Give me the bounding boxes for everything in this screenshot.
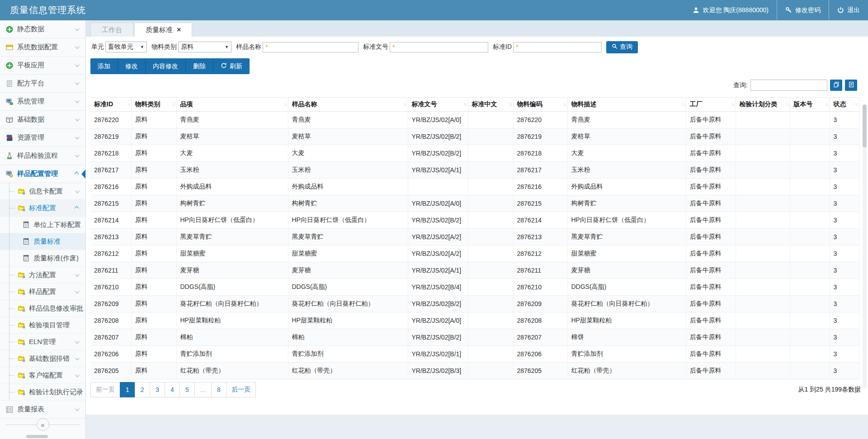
column-header[interactable]: 物料描述↑↓ [567, 98, 686, 112]
scrollbar-thumb[interactable] [863, 104, 867, 147]
sidebar-item-0-4[interactable]: 系统管理 [0, 93, 85, 111]
table-row[interactable]: 2876215原料构树青贮构树青贮YR/BZ/JS/02[A/0]2876215… [90, 195, 859, 212]
standard-no-input[interactable] [390, 42, 488, 52]
column-header[interactable]: 物料编码↑↓ [513, 98, 567, 112]
table-row[interactable]: 2876213原料黑麦草青贮黑麦草青贮YR/BZ/JS/02[A/2]28762… [90, 229, 859, 245]
column-header[interactable]: 样品名称↑↓ [288, 98, 408, 112]
search-button[interactable]: 查询 [606, 41, 638, 53]
sidebar-item-2-1[interactable]: 质量标准 [0, 233, 85, 250]
table-cell: 2876218 [513, 145, 567, 162]
column-header[interactable]: 状态↑↓ [830, 98, 859, 112]
add-button[interactable]: 添加 [90, 58, 118, 74]
sidebar-item-1-7[interactable]: 基础数据排错 [0, 350, 85, 367]
table-row[interactable]: 2876208原料HP甜菜颗粒粕HP甜菜颗粒粕YR/BZ/JS/02[A/0]2… [90, 312, 859, 329]
sidebar-item-1-8[interactable]: 客户端配置 [0, 367, 85, 384]
content-edit-button[interactable]: 内容修改 [146, 58, 186, 74]
delete-button[interactable]: 删除 [186, 58, 213, 74]
table-row[interactable]: 2876211原料麦芽糖麦芽糖YR/BZ/JS/02[A/1]2876211麦芽… [90, 262, 859, 279]
column-header[interactable]: 工厂↑↓ [686, 98, 736, 112]
pagination-next-button[interactable]: 后一页 [226, 382, 256, 397]
column-header[interactable]: 标准中文↑↓ [468, 98, 513, 112]
sidebar-item-0-7[interactable]: 样品检验流程 [0, 147, 85, 165]
chevron-down-icon [75, 406, 80, 411]
quick-search-input[interactable] [750, 80, 827, 91]
sidebar-item-0-1[interactable]: 系统数据配置 [0, 38, 85, 57]
sidebar-item-0-5[interactable]: 基础数据 [0, 111, 85, 129]
column-header[interactable]: 物料类别↑↓ [131, 98, 176, 112]
export-file-button[interactable] [845, 80, 857, 91]
table-row[interactable]: 2876219原料麦秸草麦秸草YR/BZ/JS/02[B/2]2876219麦秸… [90, 128, 859, 145]
pagination: 前一页12345…8后一页 [90, 382, 256, 397]
table-cell: 棉粕 [176, 329, 288, 346]
table-cell: 后备牛原料 [686, 363, 736, 379]
sidebar-item-1-1[interactable]: 标准配置 [0, 200, 85, 217]
sidebar-item-0-3[interactable]: 配方平台 [0, 75, 85, 93]
tab-quality-standard[interactable]: 质量标准 × [134, 23, 192, 37]
pagination-page-1[interactable]: 1 [120, 382, 135, 397]
edit-button[interactable]: 修改 [118, 58, 146, 74]
table-row[interactable]: 2876214原料HP向日葵籽仁饼（低蛋白）HP向日葵籽仁饼（低蛋白）YR/BZ… [90, 212, 859, 229]
column-header[interactable]: 版本号↑↓ [790, 98, 830, 112]
table-row[interactable]: 2876220原料青燕麦青燕麦YR/BZ/JS/02[A/0]2876220青燕… [90, 112, 859, 128]
table-cell [468, 229, 513, 245]
change-password-button[interactable]: 修改密码 [777, 0, 829, 20]
pagination-page-4[interactable]: 4 [165, 382, 180, 397]
column-header[interactable]: 品项↑↓ [176, 98, 288, 112]
refresh-button[interactable]: 刷新 [213, 58, 250, 74]
sidebar-item-0-2[interactable]: 平板应用 [0, 57, 85, 75]
table-cell: 2876220 [90, 112, 131, 128]
sidebar-item-1-0[interactable]: 信息卡配置 [0, 183, 85, 200]
sidebar-item-1-5[interactable]: 检验项目管理 [0, 317, 85, 334]
column-header-label: 标准文号 [412, 100, 437, 108]
table-cell: 原料 [131, 179, 176, 195]
table-row[interactable]: 2876212原料甜菜糖蜜甜菜糖蜜YR/BZ/JS/02[A/2]2876212… [90, 245, 859, 262]
sidebar-item-1-6[interactable]: ELN管理 [0, 334, 85, 350]
table-cell: 2876215 [513, 195, 567, 212]
sidebar-item-1-3[interactable]: 样品配置 [0, 283, 85, 300]
table-row[interactable]: 2876210原料DDGS(高脂)DDGS(高脂)YR/BZ/JS/02[B/4… [90, 279, 859, 296]
sidebar-item-2-2[interactable]: 质量标准(作废) [0, 250, 85, 267]
sidebar-item-0-6[interactable]: 资源管理 [0, 129, 85, 147]
tab-workbench-label: 工作台 [102, 23, 122, 37]
chevron-down-icon [75, 189, 80, 193]
sidebar-hscrollbar-thumb[interactable] [26, 435, 48, 438]
table-cell [468, 312, 513, 329]
sidebar-item-0-0[interactable]: 静态数据 [0, 20, 85, 38]
table-row[interactable]: 2876207原料棉粕棉粕YR/BZ/JS/02[B/2]2876207棉饼后备… [90, 329, 859, 346]
column-header[interactable]: 标准ID↑↓ [90, 98, 131, 112]
unit-select[interactable]: 畜牧单元 ▼ [105, 42, 147, 52]
tab-workbench[interactable]: 工作台 [90, 23, 133, 37]
sidebar-item-1-9[interactable]: 检验计划执行记录 [0, 384, 85, 401]
sidebar-item-2-0[interactable]: 单位上下标配置 [0, 217, 85, 233]
export-copy-button[interactable] [830, 80, 842, 91]
sidebar-item-0-9[interactable]: 质量报表 [0, 401, 85, 419]
table-cell: 3 [830, 145, 859, 162]
table-row[interactable]: 2876216原料外购成品料外购成品料2876216外购成品料后备牛原料3 [90, 179, 859, 195]
table-row[interactable]: 2876217原料玉米粉玉米粉YR/BZ/JS/02[A/1]2876217玉米… [90, 162, 859, 179]
pagination-page-5[interactable]: 5 [179, 382, 195, 397]
table-cell: 后备牛原料 [686, 179, 736, 195]
close-icon[interactable]: × [177, 26, 181, 33]
logout-button[interactable]: 退出 [829, 0, 868, 20]
pagination-page-3[interactable]: 3 [150, 382, 165, 397]
chevron-down-icon [75, 99, 80, 103]
material-type-select[interactable]: 原料 ▼ [178, 42, 231, 52]
sample-name-input[interactable] [263, 42, 359, 52]
table-row[interactable]: 2876209原料葵花籽仁粕（向日葵籽仁粕）葵花籽仁粕（向日葵籽仁粕）YR/BZ… [90, 296, 859, 312]
table-row[interactable]: 2876206原料青贮添加剂青贮添加剂YR/BZ/JS/02[B/1]28762… [90, 346, 859, 363]
column-header[interactable]: 检验计划分类↑↓ [736, 98, 790, 112]
sidebar-item-0-8[interactable]: 样品配置管理 [0, 165, 85, 183]
column-header[interactable]: 标准文号↑↓ [408, 98, 468, 112]
pagination-page-2[interactable]: 2 [135, 382, 150, 397]
sidebar-collapse-button[interactable]: « [37, 418, 49, 431]
table-row[interactable]: 2876205原料红花粕（带壳）红花粕（带壳）YR/BZ/JS/02[B/3]2… [90, 363, 859, 379]
pagination-prev-button[interactable]: 前一页 [90, 382, 120, 397]
standard-id-input[interactable] [513, 42, 602, 52]
table-container: 标准ID↑↓物料类别↑↓品项↑↓样品名称↑↓标准文号↑↓标准中文↑↓物料编码↑↓… [90, 97, 863, 379]
sidebar-item-1-4[interactable]: 样品信息修改审批 [0, 300, 85, 317]
pagination-page-8[interactable]: 8 [211, 382, 226, 397]
pagination-ellipsis[interactable]: … [194, 382, 212, 397]
table-cell [790, 279, 830, 296]
sidebar-item-1-2[interactable]: 方法配置 [0, 267, 85, 283]
table-row[interactable]: 2876218原料大麦大麦YR/BZ/JS/02[B/2]2876218大麦后备… [90, 145, 859, 162]
